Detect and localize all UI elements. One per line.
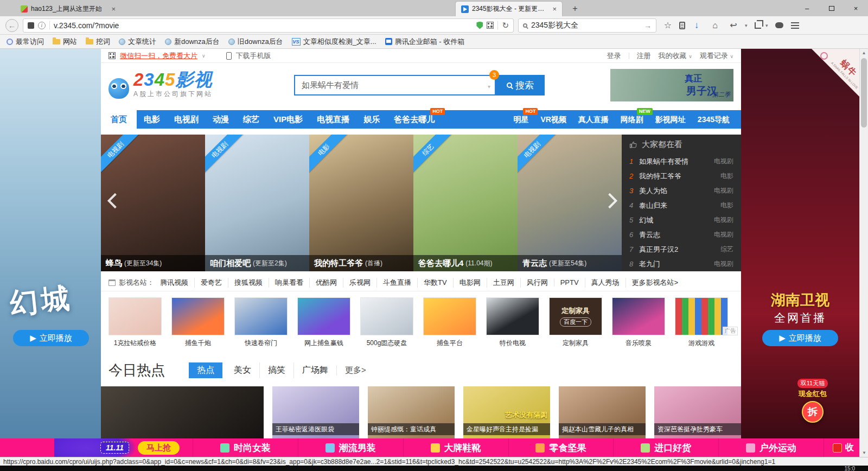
nav-stars[interactable]: 明星HOT <box>507 110 534 129</box>
left-ad-play-button[interactable]: ▶ 立即播放 <box>13 330 89 346</box>
register-link[interactable]: 注册 <box>637 51 651 61</box>
nav-vip-movies[interactable]: VIP电影 <box>266 110 310 129</box>
back-button[interactable]: ← <box>5 19 18 32</box>
hot-list-item[interactable]: 4泰山归来电影 <box>622 198 741 213</box>
grab-now-button[interactable]: 马上抢 <box>138 441 180 455</box>
watch-history-link[interactable]: 观看记录 ∨ <box>700 51 733 61</box>
search-input[interactable]: 如果蜗牛有爱情 <box>294 75 496 96</box>
bookmark-item[interactable]: 腾讯企业邮箱 - 收件箱 <box>385 37 465 47</box>
left-skin-ad[interactable]: 幻城 ▶ 立即播放 <box>0 49 101 457</box>
site-link[interactable]: PPTV <box>554 278 585 287</box>
nav-vr[interactable]: VR视频 <box>534 110 572 129</box>
nav-movie-sites[interactable]: 影视网址 <box>649 110 692 129</box>
promo-cat-imports[interactable]: 进口好货 <box>613 438 718 457</box>
minimize-button[interactable]: – <box>795 0 819 16</box>
more-sites-link[interactable]: 更多影视名站> <box>626 278 679 288</box>
qr-code-icon[interactable] <box>487 22 494 29</box>
login-link[interactable]: 登录 <box>607 51 621 61</box>
nav-anime[interactable]: 动漫 <box>206 110 236 129</box>
wechat-scan-link[interactable]: 微信扫一扫，免费看大片 <box>120 51 197 61</box>
hot-list-item[interactable]: 6青云志电视剧 <box>622 227 741 242</box>
chevron-down-icon[interactable]: ▾ <box>765 23 771 28</box>
right-skin-ad[interactable]: 湖南卫视 全网首播 ▶ 立即播放 双11天猫 现金红包 拆 <box>741 49 859 457</box>
tab-close-icon[interactable]: × <box>552 5 557 13</box>
site-link[interactable]: 乐视网 <box>343 278 376 288</box>
nav-variety[interactable]: 综艺 <box>236 110 266 129</box>
promo-cat-men[interactable]: 潮流男装 <box>298 438 403 457</box>
site-link[interactable]: 电影网 <box>453 278 487 288</box>
scrollbar-thumb[interactable] <box>861 58 867 128</box>
hot-list-item[interactable]: 1如果蜗牛有爱情电视剧 <box>622 154 741 169</box>
scroll-up-icon[interactable]: ▲ <box>860 49 868 57</box>
close-button[interactable]: × <box>844 0 868 16</box>
hot-list-item[interactable]: 5幻城电视剧 <box>622 213 741 227</box>
promo-cat-outdoor[interactable]: 户外运动 <box>718 438 824 457</box>
shield-icon[interactable] <box>476 22 483 29</box>
more-link[interactable]: 更多> <box>336 365 366 375</box>
ad-item[interactable]: 网上捕鱼赢钱 <box>297 297 350 352</box>
screenshot-icon[interactable] <box>755 22 761 29</box>
carousel-slide[interactable]: 电视剧 咱们相爱吧(更新至2集) <box>205 135 309 271</box>
tab-2345-movie[interactable]: 2345影视大全 - 更新更全... × <box>456 2 562 16</box>
ad-item[interactable]: 1克拉钻戒价格 <box>108 297 162 352</box>
promo-cat-women[interactable]: 时尚女装 <box>193 438 298 457</box>
hot-list-item[interactable]: 8老九门电视剧 <box>622 257 741 271</box>
right-ad-play-button[interactable]: ▶ 立即播放 <box>762 330 838 346</box>
bookmark-item[interactable]: 文章统计 <box>119 37 156 47</box>
search-button[interactable]: 搜索 <box>496 75 545 96</box>
promo-cat-snacks[interactable]: 零食坚果 <box>508 438 614 457</box>
download-app-link[interactable]: 下载手机版 <box>236 51 271 61</box>
site-link[interactable]: 优酷网 <box>309 278 343 288</box>
site-link[interactable]: 搜狐视频 <box>228 278 269 288</box>
extension-icon[interactable] <box>28 22 34 29</box>
site-link[interactable]: 风行网 <box>520 278 554 288</box>
promo-cat-shoes[interactable]: 大牌鞋靴 <box>403 438 508 457</box>
site-link[interactable]: 响巢看看 <box>269 278 309 288</box>
search-dropdown-icon[interactable]: ▾ <box>488 84 490 90</box>
tab-funny[interactable]: 搞笑 <box>259 362 293 378</box>
site-link[interactable]: 华数TV <box>417 278 453 288</box>
nav-home[interactable]: 首页 <box>101 110 137 129</box>
hot-list-item[interactable]: 3美人为馅电视剧 <box>622 183 741 198</box>
red-packet-ad[interactable]: 双11天猫 现金红包 拆 <box>787 379 839 423</box>
bookmark-item[interactable]: 新downza后台 <box>165 37 220 47</box>
header-banner-ad[interactable]: 真正 男子汉 第二季 <box>610 69 733 101</box>
address-bar[interactable]: i v.2345.com/?movie ↻ <box>23 18 514 33</box>
nav-live-tv[interactable]: 电视直播 <box>310 110 356 129</box>
tab-hot[interactable]: 热点 <box>189 362 222 378</box>
tab-close-icon[interactable]: × <box>111 5 116 13</box>
url-text[interactable]: v.2345.com/?movie <box>54 21 473 30</box>
tab-square-dance[interactable]: 广场舞 <box>293 362 336 378</box>
nav-movies[interactable]: 电影 <box>137 110 167 129</box>
bookmark-item[interactable]: 最常访问 <box>7 37 44 47</box>
carousel-slide[interactable]: 综艺 爸爸去哪儿4(11.04期) <box>413 135 518 271</box>
bookmark-item[interactable]: 网站 <box>53 37 77 47</box>
page-scrollbar[interactable]: ▲ ▼ <box>859 49 868 457</box>
site-link[interactable]: 真人秀场 <box>585 278 626 288</box>
ad-item[interactable]: 捕鱼千炮 <box>171 297 225 352</box>
chat-bubble-icon[interactable] <box>775 22 783 28</box>
packet-open-button[interactable]: 拆 <box>802 401 824 423</box>
library-icon[interactable] <box>679 22 685 29</box>
ad-item[interactable]: 快速卷帘门 <box>234 297 288 352</box>
hot-list-item[interactable]: 2我的特工爷爷电影 <box>622 169 741 183</box>
hot-list-item[interactable]: 7真正男子汉2综艺 <box>622 242 741 257</box>
ad-item[interactable]: 捕鱼平台 <box>423 297 476 352</box>
menu-icon[interactable] <box>791 25 799 26</box>
browser-search-value[interactable]: 2345影视大全 <box>531 21 640 30</box>
site-logo[interactable]: 2345影视 A股上市公司旗下网站 <box>108 72 213 99</box>
reload-icon[interactable]: ↻ <box>502 21 509 30</box>
nav-2345-portal[interactable]: 2345导航 <box>692 110 736 129</box>
maximize-button[interactable] <box>819 0 844 16</box>
bookmark-item[interactable]: 旧downza后台 <box>228 37 283 47</box>
site-link[interactable]: 爱奇艺 <box>194 278 228 288</box>
chevron-down-icon[interactable]: ▾ <box>745 23 750 28</box>
carousel-slide[interactable]: 电影 我的特工爷爷(首播) <box>309 135 413 271</box>
browser-search-bar[interactable]: 2345影视大全 → <box>518 18 656 33</box>
ad-item[interactable]: 音乐喷泉 <box>612 297 665 352</box>
undo-icon[interactable]: ↩ <box>726 20 741 30</box>
site-link[interactable]: 土豆网 <box>487 278 520 288</box>
scroll-down-icon[interactable]: ▼ <box>860 449 868 457</box>
home-icon[interactable]: ⌂ <box>708 21 722 30</box>
tab-beauty[interactable]: 美女 <box>226 362 259 378</box>
